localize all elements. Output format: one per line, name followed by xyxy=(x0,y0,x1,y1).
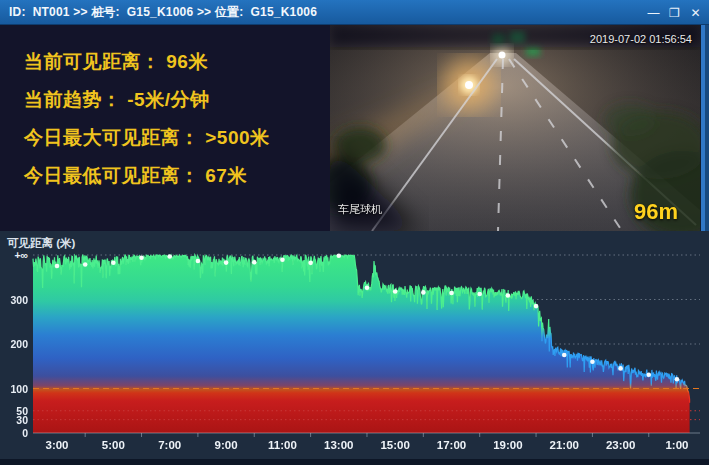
y-axis-label-100: 100 xyxy=(1,383,28,395)
y-axis-label-300: 300 xyxy=(1,294,28,306)
window-controls: — ❐ ✕ xyxy=(645,0,704,25)
app-window: ID: NT001 >> 桩号: G15_K1006 >> 位置: G15_K1… xyxy=(0,0,709,465)
x-axis-label-3:00: 3:00 xyxy=(35,439,79,451)
data-point-marker xyxy=(55,264,60,269)
camera-visibility-overlay: 96m xyxy=(634,199,678,225)
camera-feed[interactable]: 2019-07-02 01:56:54 车尾球机 96m xyxy=(330,25,700,231)
data-point-marker xyxy=(139,255,144,260)
y-axis-label-+∞: +∞ xyxy=(1,249,28,261)
data-point-marker xyxy=(308,261,313,266)
data-point-marker xyxy=(506,293,511,298)
data-point-marker xyxy=(675,377,680,382)
window-right-border xyxy=(700,25,709,231)
camera-name-label: 车尾球机 xyxy=(338,202,382,217)
x-axis-label-21:00: 21:00 xyxy=(542,439,586,451)
data-point-marker xyxy=(365,286,370,291)
data-point-marker xyxy=(337,253,342,258)
visibility-chart-panel: 可见距离 (米) +∞30020010050300 3:005:007:009:… xyxy=(0,231,709,465)
y-axis-label-200: 200 xyxy=(1,338,28,350)
x-axis-label-17:00: 17:00 xyxy=(430,439,474,451)
data-point-marker xyxy=(83,262,88,267)
data-point-marker xyxy=(393,289,398,294)
y-axis-label-30: 30 xyxy=(1,414,28,426)
data-point-marker xyxy=(562,353,567,358)
maximize-icon[interactable]: ❐ xyxy=(666,4,683,21)
current-trend-text: 当前趋势： -5米/分钟 xyxy=(24,85,330,123)
x-axis-label-7:00: 7:00 xyxy=(148,439,192,451)
data-point-marker xyxy=(252,260,257,265)
today-min-visibility-text: 今日最低可见距离： 67米 xyxy=(24,161,330,199)
today-max-visibility-text: 今日最大可见距离： >500米 xyxy=(24,123,330,161)
close-icon[interactable]: ✕ xyxy=(687,4,704,21)
data-point-marker xyxy=(280,257,285,262)
visibility-area-chart[interactable] xyxy=(0,231,709,465)
x-axis-label-23:00: 23:00 xyxy=(599,439,643,451)
data-point-marker xyxy=(449,291,454,296)
x-axis-label-1:00: 1:00 xyxy=(655,439,699,451)
current-visibility-text: 当前可见距离： 96米 xyxy=(24,47,330,85)
window-title: ID: NT001 >> 桩号: G15_K1006 >> 位置: G15_K1… xyxy=(0,4,317,21)
title-bar: ID: NT001 >> 桩号: G15_K1006 >> 位置: G15_K1… xyxy=(0,0,709,25)
minimize-icon[interactable]: — xyxy=(645,4,662,21)
camera-timestamp: 2019-07-02 01:56:54 xyxy=(590,33,692,45)
x-axis-label-5:00: 5:00 xyxy=(91,439,135,451)
x-axis-label-15:00: 15:00 xyxy=(373,439,417,451)
x-axis-label-13:00: 13:00 xyxy=(317,439,361,451)
x-axis-label-19:00: 19:00 xyxy=(486,439,530,451)
data-point-marker xyxy=(590,359,595,364)
x-axis-label-11:00: 11:00 xyxy=(260,439,304,451)
data-point-marker xyxy=(196,259,201,264)
data-point-marker xyxy=(534,304,539,309)
data-point-marker xyxy=(167,254,172,259)
y-axis-label-0: 0 xyxy=(1,427,28,439)
data-point-marker xyxy=(618,366,623,371)
data-point-marker xyxy=(646,373,651,378)
data-point-marker xyxy=(421,290,426,295)
visibility-info-panel: 当前可见距离： 96米 当前趋势： -5米/分钟 今日最大可见距离： >500米… xyxy=(0,25,330,231)
data-point-marker xyxy=(477,292,482,297)
data-point-marker xyxy=(111,260,116,265)
x-axis-label-9:00: 9:00 xyxy=(204,439,248,451)
data-point-marker xyxy=(224,260,229,265)
window-bottom-border xyxy=(0,459,709,465)
